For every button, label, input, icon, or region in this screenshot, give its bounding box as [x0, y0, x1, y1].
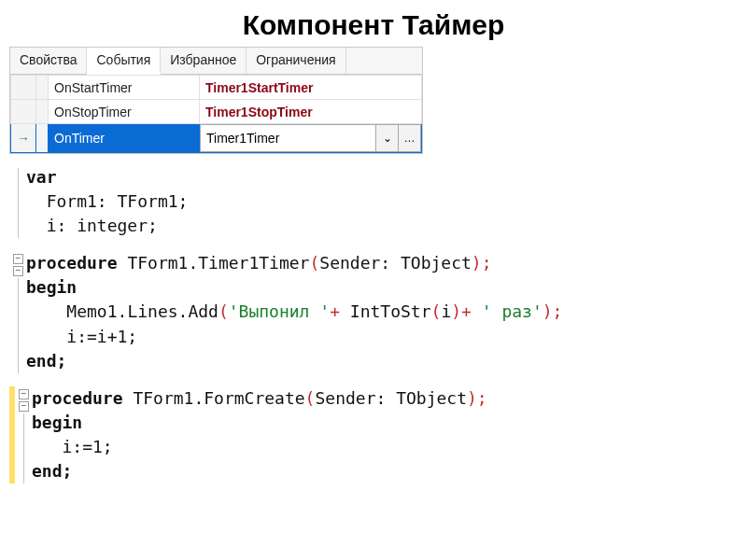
event-value[interactable]: Timer1StopTimer — [200, 100, 422, 124]
chevron-down-icon[interactable]: ⌄ — [376, 124, 399, 152]
tab-events[interactable]: События — [87, 48, 161, 75]
code-lines[interactable]: var Form1: TForm1; i: integer; — [26, 165, 188, 238]
kw-end: end; — [32, 461, 72, 481]
kw-procedure: procedure — [32, 388, 133, 408]
call: Memo1.Lines.Add — [66, 301, 218, 321]
identifier: i — [441, 301, 451, 321]
string-literal: ' раз' — [482, 301, 543, 321]
proc-name: TForm1.Timer1Timer — [127, 253, 309, 273]
row-gutter — [36, 100, 49, 124]
grid-row-selected[interactable]: → OnTimer ⌄ … — [11, 124, 422, 153]
punct: ); — [472, 253, 492, 273]
event-combo-input[interactable] — [200, 124, 376, 152]
grid-row[interactable]: OnStartTimer Timer1StartTimer — [11, 76, 422, 100]
kw-begin: begin — [32, 413, 82, 432]
row-gutter — [36, 76, 49, 100]
proc-args: Sender: TObject — [319, 253, 472, 273]
punct: ); — [467, 388, 487, 408]
code-block-var: var Form1: TForm1; i: integer; — [9, 165, 747, 238]
page-title: Компонент Таймер — [0, 9, 747, 41]
punct: ); — [543, 301, 563, 321]
fold-icon[interactable]: − — [13, 266, 23, 276]
code-block-formcreate: − − procedure TForm1.FormCreate(Sender: … — [9, 386, 747, 483]
event-name: OnTimer — [49, 124, 200, 153]
kw-end: end; — [26, 351, 66, 371]
row-arrow-icon: → — [11, 124, 36, 153]
event-value[interactable]: Timer1StartTimer — [200, 76, 422, 100]
tab-properties[interactable]: Свойства — [10, 48, 87, 74]
kw-var: var — [26, 167, 57, 187]
indent — [26, 301, 66, 321]
grid-row[interactable]: OnStopTimer Timer1StopTimer — [11, 100, 422, 124]
fold-icon[interactable]: − — [19, 389, 29, 399]
string-literal: 'Выпонил ' — [229, 301, 330, 321]
gutter: − − — [15, 386, 32, 483]
code-editor[interactable]: var Form1: TForm1; i: integer; − − proce… — [9, 165, 747, 483]
punct: + — [330, 301, 350, 321]
kw-procedure: procedure — [26, 253, 127, 273]
event-name: OnStartTimer — [49, 76, 200, 100]
kw-begin: begin — [26, 277, 77, 297]
punct: ( — [431, 301, 442, 321]
code-lines[interactable]: procedure TForm1.Timer1Timer(Sender: TOb… — [26, 251, 562, 372]
code-block-timer1timer: − − procedure TForm1.Timer1Timer(Sender:… — [9, 251, 747, 372]
event-name: OnStopTimer — [49, 100, 200, 124]
punct: ( — [309, 253, 319, 273]
tab-favorites[interactable]: Избранное — [161, 48, 247, 74]
punct: ) — [451, 301, 461, 321]
code-lines[interactable]: procedure TForm1.FormCreate(Sender: TObj… — [32, 386, 487, 483]
tab-restrictions[interactable]: Ограничения — [247, 48, 345, 74]
row-arrow — [11, 76, 36, 100]
code-line: i:=i+1; — [26, 327, 137, 346]
inspector-tabs: Свойства События Избранное Ограничения — [10, 48, 422, 75]
row-gutter — [36, 124, 49, 153]
fold-icon[interactable]: − — [13, 254, 23, 264]
punct: ( — [218, 301, 229, 321]
gutter: − − — [9, 251, 26, 372]
code-line: i:=1; — [32, 437, 113, 456]
call: IntToStr — [350, 301, 431, 321]
event-combo: ⌄ … — [200, 124, 421, 152]
row-arrow — [11, 100, 36, 124]
fold-icon[interactable]: − — [19, 401, 29, 412]
ellipsis-button[interactable]: … — [399, 124, 421, 152]
proc-name: TForm1.FormCreate — [133, 388, 304, 408]
events-grid: OnStartTimer Timer1StartTimer OnStopTime… — [10, 75, 422, 153]
punct: ( — [305, 388, 316, 408]
event-value-cell: ⌄ … — [200, 124, 422, 153]
proc-args: Sender: TObject — [315, 388, 467, 408]
code-line: i: integer; — [26, 216, 158, 235]
object-inspector: Свойства События Избранное Ограничения O… — [9, 47, 423, 154]
gutter — [9, 165, 26, 238]
code-line: Form1: TForm1; — [26, 191, 188, 211]
punct: + — [461, 301, 482, 321]
